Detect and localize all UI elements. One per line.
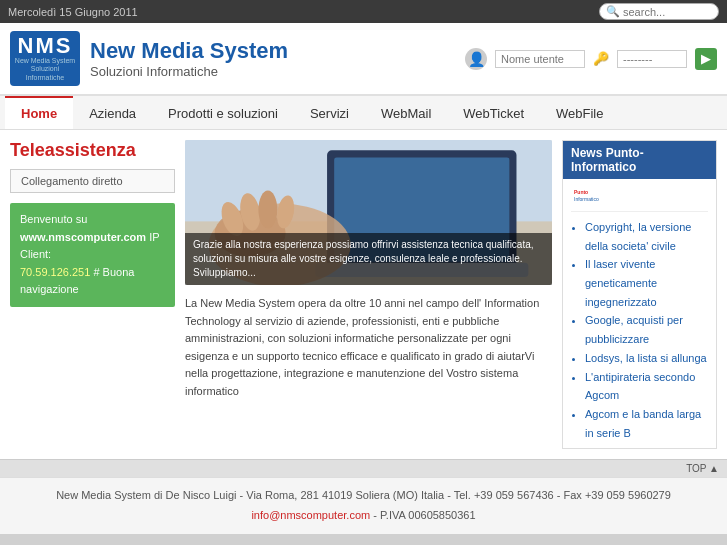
lock-icon: 🔑 xyxy=(593,51,609,66)
left-column: Teleassistenza Collegamento diretto Benv… xyxy=(10,140,175,449)
news-header: News Punto-Informatico xyxy=(563,141,716,179)
direct-link-button[interactable]: Collegamento diretto xyxy=(10,169,175,193)
topbar: Mercoledì 15 Giugno 2011 🔍 xyxy=(0,0,727,23)
nav-prodotti[interactable]: Prodotti e soluzioni xyxy=(152,96,294,129)
nav-home[interactable]: Home xyxy=(5,96,73,129)
login-icon: ▶ xyxy=(701,51,711,66)
punto-informatico-logo: Punto Informatico xyxy=(571,185,601,207)
hero-image: Grazie alla nostra esperienza possiamo o… xyxy=(185,140,552,285)
header-right: 👤 🔑 ▶ xyxy=(465,48,717,70)
main-content: Teleassistenza Collegamento diretto Benv… xyxy=(0,130,727,459)
top-link[interactable]: TOP ▲ xyxy=(686,463,719,474)
svg-text:Informatico: Informatico xyxy=(574,196,599,202)
nav-webmail[interactable]: WebMail xyxy=(365,96,447,129)
password-input[interactable] xyxy=(617,50,687,68)
hero-caption: Grazie alla nostra esperienza possiamo o… xyxy=(185,233,552,285)
logo-title: New Media System Soluzioni Informatiche xyxy=(90,38,288,79)
website-link: www.nmscomputer.com xyxy=(20,231,146,243)
footer-piva: - P.IVA 00605850361 xyxy=(370,509,475,521)
news-title: News Punto-Informatico xyxy=(571,146,708,174)
news-item-3[interactable]: Lodsys, la lista si allunga xyxy=(585,349,708,368)
news-item-1[interactable]: Il laser vivente geneticamente ingegneri… xyxy=(585,255,708,311)
header: NMS New Media SystemSoluzioni Informatic… xyxy=(0,23,727,96)
login-button[interactable]: ▶ xyxy=(695,48,717,70)
search-input[interactable] xyxy=(623,6,713,18)
footer-top: TOP ▲ xyxy=(0,459,727,477)
news-item-2[interactable]: Google, acquisti per pubblicizzare xyxy=(585,311,708,348)
news-item-5[interactable]: Agcom e la banda larga in serie B xyxy=(585,405,708,442)
logo-area: NMS New Media SystemSoluzioni Informatic… xyxy=(10,31,288,86)
svg-point-9 xyxy=(258,191,277,229)
date-label: Mercoledì 15 Giugno 2011 xyxy=(8,6,138,18)
svg-text:Punto: Punto xyxy=(574,189,588,195)
search-box[interactable]: 🔍 xyxy=(599,3,719,20)
logo-nms: NMS xyxy=(18,35,73,57)
nav-webticket[interactable]: WebTicket xyxy=(447,96,540,129)
nav-servizi[interactable]: Servizi xyxy=(294,96,365,129)
nav-webfile[interactable]: WebFile xyxy=(540,96,619,129)
site-title: New Media System xyxy=(90,38,288,64)
search-icon: 🔍 xyxy=(606,5,620,18)
logo-box: NMS New Media SystemSoluzioni Informatic… xyxy=(10,31,80,86)
welcome-title: Benvenuto su xyxy=(20,213,87,225)
site-subtitle: Soluzioni Informatiche xyxy=(90,64,288,79)
content-area: Teleassistenza Collegamento diretto Benv… xyxy=(0,130,727,459)
news-item-0[interactable]: Copyright, la versione della societa' ci… xyxy=(585,218,708,255)
center-column: Grazie alla nostra esperienza possiamo o… xyxy=(185,140,552,449)
news-content: Punto Informatico Copyright, la versione… xyxy=(563,179,716,448)
username-input[interactable] xyxy=(495,50,585,68)
welcome-box: Benvenuto su www.nmscomputer.com IP Clie… xyxy=(10,203,175,307)
user-avatar-icon: 👤 xyxy=(465,48,487,70)
footer-email[interactable]: info@nmscomputer.com xyxy=(251,509,370,521)
nav-azienda[interactable]: Azienda xyxy=(73,96,152,129)
footer: New Media System di De Nisco Luigi - Via… xyxy=(0,477,727,534)
footer-line2: info@nmscomputer.com - P.IVA 00605850361 xyxy=(10,506,717,526)
footer-line1: New Media System di De Nisco Luigi - Via… xyxy=(10,486,717,506)
logo-subtext: New Media SystemSoluzioni Informatiche xyxy=(14,57,76,82)
news-list: Copyright, la versione della societa' ci… xyxy=(571,218,708,442)
ip-address: 70.59.126.251 xyxy=(20,266,90,278)
punto-logo-section: Punto Informatico xyxy=(571,185,708,212)
navbar: Home Azienda Prodotti e soluzioni Serviz… xyxy=(0,96,727,130)
news-panel: News Punto-Informatico Punto Informatico… xyxy=(562,140,717,449)
news-item-4[interactable]: L'antipirateria secondo Agcom xyxy=(585,368,708,405)
main-description: La New Media System opera da oltre 10 an… xyxy=(185,295,552,401)
teleassistenza-heading: Teleassistenza xyxy=(10,140,175,161)
